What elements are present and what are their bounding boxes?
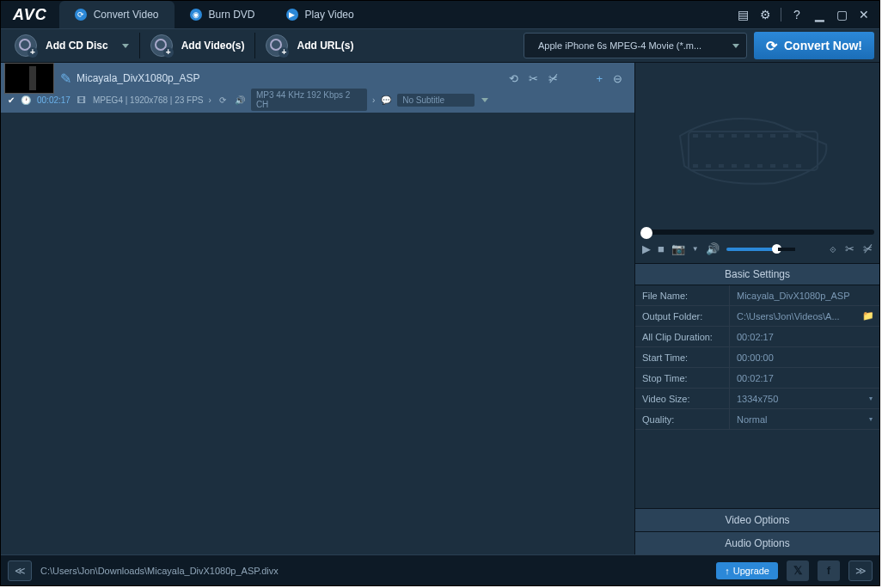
expand-icon[interactable]: › xyxy=(209,95,211,105)
svg-rect-6 xyxy=(757,134,763,138)
video-options-button[interactable]: Video Options xyxy=(635,508,879,531)
setting-video-size: Video Size: 1334x750▾ xyxy=(635,389,879,409)
tab-play-video[interactable]: ▶ Play Video xyxy=(271,1,370,28)
button-label: Add CD Disc xyxy=(46,40,108,52)
basic-settings-header: Basic Settings xyxy=(635,264,879,285)
setting-file-name: File Name: Micayala_DivX1080p_ASP xyxy=(635,285,879,306)
facebook-button[interactable]: f xyxy=(818,560,840,581)
refresh-icon[interactable]: ⟲ xyxy=(509,72,518,85)
maximize-icon[interactable]: ▢ xyxy=(835,8,848,21)
subtitle-icon: 💬 xyxy=(380,94,392,106)
close-icon[interactable]: ✕ xyxy=(857,8,871,21)
film-icon: 🎞 xyxy=(76,94,88,106)
tab-label: Burn DVD xyxy=(209,9,255,21)
tab-convert-video[interactable]: ⟳ Convert Video xyxy=(59,1,175,28)
svg-rect-18 xyxy=(796,164,801,168)
tab-burn-dvd[interactable]: ◉ Burn DVD xyxy=(175,1,271,28)
snapshot-dropdown[interactable]: ▼ xyxy=(692,245,699,253)
subtitle-dropdown[interactable]: No Subtitle xyxy=(397,94,475,107)
label: Quality: xyxy=(635,409,730,429)
play-button[interactable]: ▶ xyxy=(642,242,651,255)
help-icon[interactable]: ? xyxy=(790,8,804,21)
browse-folder-icon[interactable]: 📁 xyxy=(862,310,874,322)
add-videos-button[interactable]: Add Video(s) xyxy=(142,32,254,59)
add-cd-disc-button[interactable]: Add CD Disc xyxy=(6,32,138,59)
label: Output Folder: xyxy=(635,306,730,326)
collapse-left-button[interactable]: ≪ xyxy=(8,560,32,581)
volume-thumb[interactable] xyxy=(772,244,781,254)
play-icon: ▶ xyxy=(286,9,298,21)
button-label: Add Video(s) xyxy=(181,40,245,52)
setting-stop-time: Stop Time: 00:02:17 xyxy=(635,368,879,389)
svg-rect-8 xyxy=(783,134,788,138)
tab-label: Convert Video xyxy=(94,9,159,21)
file-list-item[interactable]: ✎ Micayala_DivX1080p_ASP ⟲ ✂ ✂̸ + ⊖ ✔ 🕐 … xyxy=(1,63,634,113)
chevron-down-icon: ▾ xyxy=(869,415,873,423)
value[interactable]: Micayala_DivX1080p_ASP xyxy=(730,291,879,301)
edit-icon[interactable]: ✎ xyxy=(59,72,71,84)
value[interactable]: C:\Users\Jon\Videos\A...📁 xyxy=(730,310,879,322)
checkbox-icon[interactable]: ✔ xyxy=(8,95,15,105)
remove-icon[interactable]: ⊖ xyxy=(613,72,622,85)
expand-icon[interactable]: › xyxy=(372,95,375,105)
setting-output-folder: Output Folder: C:\Users\Jon\Videos\A...📁 xyxy=(635,306,879,327)
add-urls-button[interactable]: Add URL(s) xyxy=(257,32,362,59)
trim-icon[interactable]: ✂ xyxy=(845,242,854,255)
audio-info[interactable]: MP3 44 KHz 192 Kbps 2 CH xyxy=(251,89,367,111)
crop-icon[interactable]: ✂̸ xyxy=(863,242,873,255)
upgrade-icon: ↑ xyxy=(725,566,730,576)
filmstrip-placeholder-icon xyxy=(671,101,843,196)
tab-label: Play Video xyxy=(305,9,354,21)
settings-icon[interactable]: ⚙ xyxy=(758,8,772,21)
url-add-icon xyxy=(266,34,288,57)
video-thumbnail xyxy=(4,63,54,94)
svg-rect-1 xyxy=(693,134,698,138)
cycle-icon[interactable]: ⟳ xyxy=(217,94,229,106)
options-icon[interactable]: ▤ xyxy=(736,8,750,21)
expand-right-button[interactable]: ≫ xyxy=(848,560,873,581)
cut-icon[interactable]: ✂ xyxy=(529,72,538,85)
no-cut-icon[interactable]: ✂̸ xyxy=(548,72,558,85)
link-icon[interactable]: ⟐ xyxy=(830,242,836,255)
audio-options-button[interactable]: Audio Options xyxy=(635,531,879,554)
label: Video Size: xyxy=(635,389,730,408)
label: All Clip Duration: xyxy=(635,327,730,346)
profile-label: Apple iPhone 6s MPEG-4 Movie (*.m... xyxy=(538,40,720,51)
seek-thumb[interactable] xyxy=(640,227,652,239)
button-label: Convert Now! xyxy=(784,39,862,52)
svg-rect-5 xyxy=(744,134,750,138)
minimize-icon[interactable]: ▁ xyxy=(812,8,826,21)
svg-rect-14 xyxy=(744,164,750,168)
disc-add-icon xyxy=(15,34,37,57)
stop-button[interactable]: ■ xyxy=(658,242,665,255)
button-label: Add URL(s) xyxy=(297,40,353,52)
value-dropdown[interactable]: Normal▾ xyxy=(730,414,879,425)
clock-icon: 🕐 xyxy=(20,94,32,106)
seek-slider[interactable] xyxy=(640,230,874,235)
snapshot-button[interactable]: 📷 xyxy=(671,242,685,255)
label: Start Time: xyxy=(635,347,730,367)
chevron-down-icon: ▾ xyxy=(869,395,873,402)
output-profile-dropdown[interactable]: Apple iPhone 6s MPEG-4 Movie (*.m... xyxy=(524,33,747,58)
value[interactable]: 00:02:17 xyxy=(730,373,879,383)
preview-pane xyxy=(635,63,879,235)
convert-now-button[interactable]: ⟳ Convert Now! xyxy=(754,32,874,59)
twitter-button[interactable]: 𝕏 xyxy=(787,560,809,581)
add-icon[interactable]: + xyxy=(596,72,603,85)
setting-quality: Quality: Normal▾ xyxy=(635,409,879,430)
upgrade-button[interactable]: ↑Upgrade xyxy=(716,562,778,579)
label: Stop Time: xyxy=(635,368,730,388)
chevron-down-icon[interactable] xyxy=(481,98,488,102)
video-info: MPEG4 | 1920x768 | 23 FPS xyxy=(93,95,204,105)
svg-rect-13 xyxy=(732,164,737,168)
refresh-icon: ⟳ xyxy=(75,9,87,21)
svg-rect-15 xyxy=(757,164,763,168)
app-logo: AVC xyxy=(1,6,59,24)
volume-slider[interactable] xyxy=(726,248,778,251)
svg-rect-11 xyxy=(706,164,711,168)
disc-icon: ◉ xyxy=(190,9,202,21)
chevron-down-icon xyxy=(122,44,129,48)
value-dropdown[interactable]: 1334x750▾ xyxy=(730,394,879,404)
volume-icon[interactable]: 🔊 xyxy=(706,242,720,255)
value[interactable]: 00:00:00 xyxy=(730,352,879,363)
